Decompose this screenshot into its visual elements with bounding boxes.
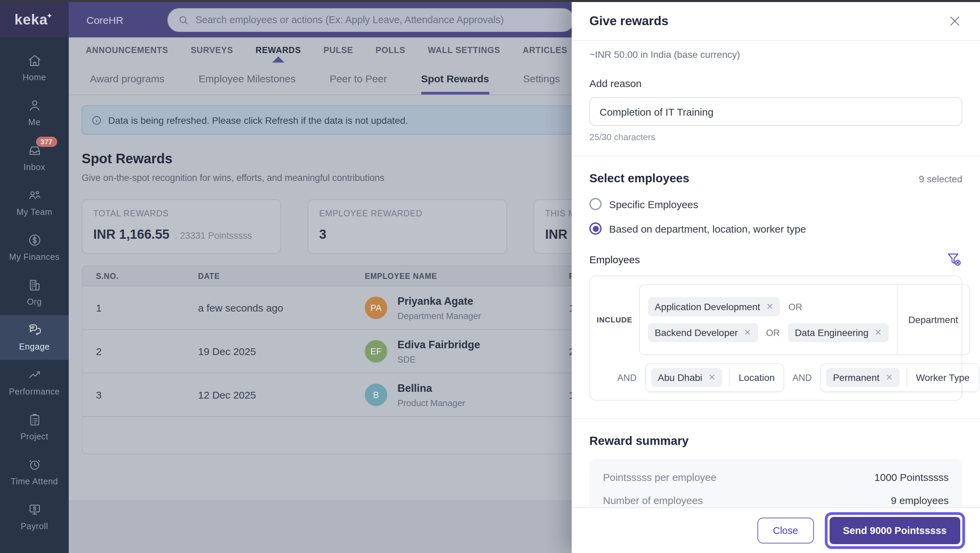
product-name: CoreHR <box>86 14 123 25</box>
sidebar-item-label: Time Attend <box>11 477 58 486</box>
info-icon <box>91 114 102 126</box>
keka-logo[interactable]: keka ✦ <box>0 2 69 37</box>
inbox-icon: 377 <box>27 143 42 158</box>
location-group-label: Location <box>729 368 784 387</box>
org-icon <box>27 278 42 292</box>
stat-card-employee-rewarded: EMPLOYEE REWARDED 3 <box>308 199 507 254</box>
sidebar-item[interactable]: Home <box>0 46 69 91</box>
location-filter-group: Abu Dhabi ✕ Location <box>645 363 784 392</box>
sidebar-item-label: Payroll <box>21 522 48 531</box>
reward-summary-heading: Reward summary <box>589 434 962 448</box>
sidebar-item-label: Me <box>28 118 40 127</box>
sidebar-nav: Home Me 377 Inbox My Team <box>0 37 69 553</box>
reason-input[interactable] <box>589 97 962 126</box>
search-placeholder: Search employees or actions (Ex: Apply L… <box>195 14 504 25</box>
include-label: INCLUDE <box>590 316 639 324</box>
filter-chip-backend-developer[interactable]: Backend Developer ✕ <box>648 323 758 342</box>
avatar: PA <box>365 297 387 319</box>
avatar: EF <box>365 340 387 362</box>
payroll-icon <box>27 502 42 517</box>
tab[interactable]: ARTICLES <box>523 37 567 63</box>
filter-chip-application-development[interactable]: Application Development ✕ <box>648 297 780 316</box>
sidebar-item-label: Org <box>27 297 42 307</box>
radio-specific-employees[interactable]: Specific Employees <box>589 198 962 210</box>
sidebar-item-label: Home <box>22 73 46 82</box>
refresh-info-banner: Data is being refreshed. Please click Re… <box>82 105 579 135</box>
remove-icon[interactable]: ✕ <box>766 303 773 311</box>
drawer-header: Give rewards <box>572 2 980 41</box>
engage-icon <box>27 323 42 337</box>
remove-icon[interactable]: ✕ <box>744 329 751 337</box>
sidebar-item-label: Project <box>21 432 48 442</box>
inbox-badge: 377 <box>36 137 57 146</box>
character-counter: 25/30 characters <box>589 132 962 142</box>
performance-icon <box>27 367 42 382</box>
filter-chip-abu-dhabi[interactable]: Abu Dhabi ✕ <box>651 368 722 387</box>
sidebar-item-label: My Team <box>16 207 52 217</box>
team-icon <box>27 188 42 203</box>
worker-type-filter-group: Permanent ✕ Worker Type <box>820 363 979 392</box>
radio-icon[interactable] <box>589 222 601 235</box>
tab[interactable]: POLLS <box>375 37 405 63</box>
sidebar-item[interactable]: Payroll <box>0 494 69 539</box>
sidebar-item[interactable]: Time Attend <box>0 450 69 494</box>
sidebar-item[interactable]: My Team <box>0 180 69 225</box>
sidebar-item[interactable]: 377 Inbox <box>0 135 69 180</box>
employees-label: Employees <box>589 253 640 265</box>
drawer-footer: Close Send 9000 Pointsssss <box>572 507 980 553</box>
sidebar-item-label: Engage <box>19 342 50 352</box>
tab[interactable]: WALL SETTINGS <box>428 37 500 63</box>
tab[interactable]: REWARDS <box>256 37 301 63</box>
sidebar-item[interactable]: My Finances <box>0 225 69 270</box>
filter-chip-data-engineering[interactable]: Data Engineering ✕ <box>788 323 888 342</box>
drawer-title: Give rewards <box>589 14 668 29</box>
avatar: B <box>365 384 387 406</box>
brand-text: keka <box>14 11 48 28</box>
send-button-highlight-ring: Send 9000 Pointsssss <box>824 512 965 549</box>
divider <box>572 156 980 156</box>
tab[interactable]: SURVEYS <box>191 37 233 63</box>
time-icon <box>27 457 42 472</box>
remove-icon[interactable]: ✕ <box>886 373 893 382</box>
radio-icon[interactable] <box>589 198 601 210</box>
subtab[interactable]: Spot Rewards <box>421 63 489 95</box>
tab[interactable]: PULSE <box>323 37 353 63</box>
department-group-label: Department <box>897 285 969 354</box>
sidebar-item[interactable]: Me <box>0 91 69 135</box>
subtab[interactable]: Employee Milestones <box>199 63 296 95</box>
home-icon <box>27 53 42 68</box>
search-icon <box>178 14 189 25</box>
stat-card-total-rewards: TOTAL REWARDS INR 1,166.55 . 23331 Point… <box>82 199 281 254</box>
drawer-body: ~INR 50.00 in India (base currency) Add … <box>572 41 980 507</box>
sidebar-item-label: Inbox <box>24 162 45 172</box>
reward-summary-card: Pointsssss per employee 1000 Pointsssss … <box>589 459 962 507</box>
sidebar-item[interactable]: Performance <box>0 360 69 405</box>
close-button[interactable]: Close <box>757 518 814 543</box>
subtab[interactable]: Peer to Peer <box>330 63 387 95</box>
department-filter-group: Application Development ✕ OR Backend Dev… <box>639 284 970 355</box>
tab[interactable]: ANNOUNCEMENTS <box>86 37 168 63</box>
give-rewards-drawer: Give rewards ~INR 50.00 in India (base c… <box>572 2 980 553</box>
sidebar-item[interactable]: Project <box>0 405 69 450</box>
close-icon[interactable] <box>947 14 962 29</box>
divider <box>572 418 980 419</box>
radio-based-on-department[interactable]: Based on department, location, worker ty… <box>589 222 962 235</box>
clear-filter-icon[interactable] <box>946 251 962 267</box>
sidebar-item[interactable]: Engage <box>0 315 69 360</box>
select-employees-heading: Select employees <box>589 172 689 186</box>
sidebar-item-label: My Finances <box>9 253 60 262</box>
employee-filter-box: INCLUDE Application Development ✕ OR <box>589 275 962 400</box>
send-points-button[interactable]: Send 9000 Pointsssss <box>829 517 960 544</box>
worker-type-group-label: Worker Type <box>907 368 978 387</box>
remove-icon[interactable]: ✕ <box>708 373 716 382</box>
sidebar-item-label: Performance <box>9 387 60 397</box>
sidebar-item[interactable]: Org <box>0 270 69 315</box>
global-search-input[interactable]: Search employees or actions (Ex: Apply L… <box>167 8 574 32</box>
filter-chip-permanent[interactable]: Permanent ✕ <box>826 368 900 387</box>
subtab[interactable]: Award programs <box>90 63 165 95</box>
selected-count: 9 selected <box>919 173 962 184</box>
app-root: keka ✦ CoreHR Search employees or action… <box>0 0 980 553</box>
subtab[interactable]: Settings <box>523 63 560 95</box>
keka-spark-icon: ✦ <box>46 11 53 20</box>
remove-icon[interactable]: ✕ <box>875 329 882 337</box>
